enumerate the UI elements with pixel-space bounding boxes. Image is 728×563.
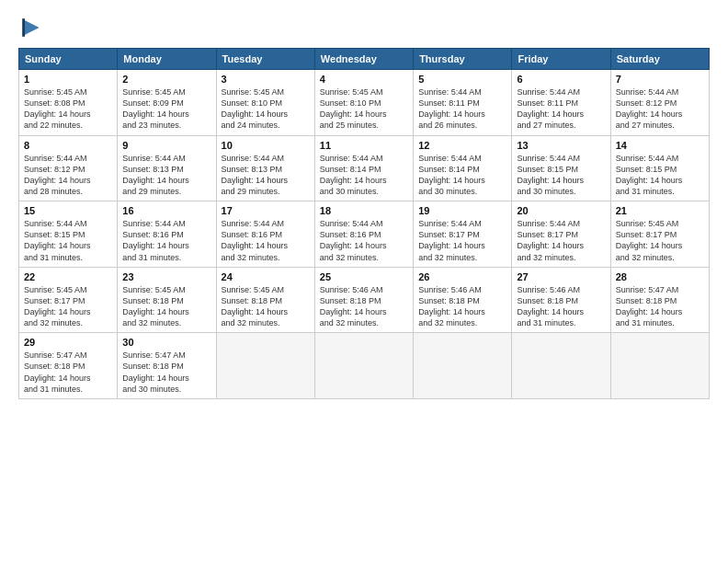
- calendar-week-3: 15Sunrise: 5:44 AM Sunset: 8:15 PM Dayli…: [19, 201, 710, 268]
- calendar-cell: 8Sunrise: 5:44 AM Sunset: 8:12 PM Daylig…: [19, 135, 118, 201]
- calendar-header-row: SundayMondayTuesdayWednesdayThursdayFrid…: [19, 49, 710, 70]
- day-info: Sunrise: 5:44 AM Sunset: 8:16 PM Dayligh…: [320, 218, 408, 263]
- day-number: 8: [24, 140, 112, 151]
- day-number: 6: [517, 74, 605, 85]
- calendar-week-2: 8Sunrise: 5:44 AM Sunset: 8:12 PM Daylig…: [19, 135, 710, 201]
- calendar-cell: 27Sunrise: 5:46 AM Sunset: 8:18 PM Dayli…: [512, 267, 610, 333]
- calendar-cell: 24Sunrise: 5:45 AM Sunset: 8:18 PM Dayli…: [216, 267, 314, 333]
- day-number: 11: [320, 140, 408, 151]
- calendar-cell: [314, 333, 413, 399]
- calendar-week-4: 22Sunrise: 5:45 AM Sunset: 8:17 PM Dayli…: [19, 267, 710, 333]
- calendar-cell: 2Sunrise: 5:45 AM Sunset: 8:09 PM Daylig…: [118, 70, 216, 136]
- calendar-header-monday: Monday: [118, 49, 216, 70]
- day-number: 23: [122, 271, 210, 282]
- calendar-cell: 3Sunrise: 5:45 AM Sunset: 8:10 PM Daylig…: [216, 70, 314, 136]
- day-info: Sunrise: 5:45 AM Sunset: 8:08 PM Dayligh…: [24, 86, 112, 132]
- calendar-header-friday: Friday: [512, 49, 610, 70]
- calendar-week-5: 29Sunrise: 5:47 AM Sunset: 8:18 PM Dayli…: [19, 333, 710, 399]
- day-number: 19: [418, 205, 506, 216]
- calendar-cell: 17Sunrise: 5:44 AM Sunset: 8:16 PM Dayli…: [216, 201, 314, 268]
- day-number: 28: [616, 271, 704, 282]
- day-number: 1: [24, 74, 112, 85]
- svg-marker-2: [24, 20, 40, 36]
- day-info: Sunrise: 5:46 AM Sunset: 8:18 PM Dayligh…: [517, 284, 605, 329]
- logo: [18, 15, 48, 40]
- calendar-header-sunday: Sunday: [19, 49, 118, 70]
- svg-rect-3: [22, 18, 25, 37]
- day-number: 5: [418, 74, 506, 85]
- day-number: 3: [222, 74, 310, 85]
- calendar-cell: 14Sunrise: 5:44 AM Sunset: 8:15 PM Dayli…: [610, 135, 709, 201]
- day-info: Sunrise: 5:47 AM Sunset: 8:18 PM Dayligh…: [122, 350, 210, 395]
- day-info: Sunrise: 5:44 AM Sunset: 8:12 PM Dayligh…: [616, 86, 704, 132]
- header: [18, 15, 710, 40]
- day-number: 12: [418, 140, 506, 151]
- calendar-cell: 7Sunrise: 5:44 AM Sunset: 8:12 PM Daylig…: [610, 70, 709, 136]
- day-info: Sunrise: 5:44 AM Sunset: 8:14 PM Dayligh…: [320, 153, 408, 198]
- calendar-table: SundayMondayTuesdayWednesdayThursdayFrid…: [18, 48, 710, 399]
- calendar-header-wednesday: Wednesday: [314, 49, 413, 70]
- day-info: Sunrise: 5:44 AM Sunset: 8:11 PM Dayligh…: [418, 86, 506, 132]
- calendar-cell: [610, 333, 709, 399]
- calendar-cell: [216, 333, 314, 399]
- logo-icon: [18, 15, 44, 40]
- calendar-cell: 11Sunrise: 5:44 AM Sunset: 8:14 PM Dayli…: [314, 135, 413, 201]
- day-number: 24: [222, 271, 310, 282]
- calendar-cell: 29Sunrise: 5:47 AM Sunset: 8:18 PM Dayli…: [19, 333, 118, 399]
- day-info: Sunrise: 5:44 AM Sunset: 8:15 PM Dayligh…: [24, 218, 112, 263]
- day-number: 9: [122, 140, 210, 151]
- day-info: Sunrise: 5:44 AM Sunset: 8:12 PM Dayligh…: [24, 153, 112, 198]
- calendar-cell: 6Sunrise: 5:44 AM Sunset: 8:11 PM Daylig…: [512, 70, 610, 136]
- day-number: 20: [517, 205, 605, 216]
- day-number: 4: [320, 74, 408, 85]
- calendar-cell: 18Sunrise: 5:44 AM Sunset: 8:16 PM Dayli…: [314, 201, 413, 268]
- day-info: Sunrise: 5:45 AM Sunset: 8:10 PM Dayligh…: [320, 86, 408, 132]
- day-number: 25: [320, 271, 408, 282]
- day-info: Sunrise: 5:44 AM Sunset: 8:13 PM Dayligh…: [222, 153, 310, 198]
- calendar-cell: 21Sunrise: 5:45 AM Sunset: 8:17 PM Dayli…: [610, 201, 709, 268]
- calendar-cell: 25Sunrise: 5:46 AM Sunset: 8:18 PM Dayli…: [314, 267, 413, 333]
- day-number: 21: [616, 205, 704, 216]
- calendar-cell: 26Sunrise: 5:46 AM Sunset: 8:18 PM Dayli…: [414, 267, 512, 333]
- day-number: 18: [320, 205, 408, 216]
- day-info: Sunrise: 5:44 AM Sunset: 8:14 PM Dayligh…: [418, 153, 506, 198]
- day-number: 2: [122, 74, 210, 85]
- day-info: Sunrise: 5:47 AM Sunset: 8:18 PM Dayligh…: [24, 350, 112, 395]
- calendar-week-1: 1Sunrise: 5:45 AM Sunset: 8:08 PM Daylig…: [19, 70, 710, 136]
- day-info: Sunrise: 5:45 AM Sunset: 8:09 PM Dayligh…: [122, 86, 210, 132]
- day-info: Sunrise: 5:45 AM Sunset: 8:10 PM Dayligh…: [222, 86, 310, 132]
- day-info: Sunrise: 5:44 AM Sunset: 8:13 PM Dayligh…: [122, 153, 210, 198]
- calendar-cell: 9Sunrise: 5:44 AM Sunset: 8:13 PM Daylig…: [118, 135, 216, 201]
- calendar-cell: 12Sunrise: 5:44 AM Sunset: 8:14 PM Dayli…: [414, 135, 512, 201]
- day-info: Sunrise: 5:44 AM Sunset: 8:15 PM Dayligh…: [517, 153, 605, 198]
- day-number: 22: [24, 271, 112, 282]
- calendar-cell: 5Sunrise: 5:44 AM Sunset: 8:11 PM Daylig…: [414, 70, 512, 136]
- calendar-cell: 16Sunrise: 5:44 AM Sunset: 8:16 PM Dayli…: [118, 201, 216, 268]
- day-number: 16: [122, 205, 210, 216]
- day-info: Sunrise: 5:44 AM Sunset: 8:11 PM Dayligh…: [517, 86, 605, 132]
- day-info: Sunrise: 5:45 AM Sunset: 8:18 PM Dayligh…: [222, 284, 310, 329]
- day-info: Sunrise: 5:44 AM Sunset: 8:17 PM Dayligh…: [517, 218, 605, 263]
- day-info: Sunrise: 5:45 AM Sunset: 8:17 PM Dayligh…: [24, 284, 112, 329]
- calendar-cell: 1Sunrise: 5:45 AM Sunset: 8:08 PM Daylig…: [19, 70, 118, 136]
- day-info: Sunrise: 5:44 AM Sunset: 8:16 PM Dayligh…: [222, 218, 310, 263]
- day-number: 30: [122, 337, 210, 348]
- calendar-cell: 22Sunrise: 5:45 AM Sunset: 8:17 PM Dayli…: [19, 267, 118, 333]
- calendar-cell: 23Sunrise: 5:45 AM Sunset: 8:18 PM Dayli…: [118, 267, 216, 333]
- calendar-cell: 28Sunrise: 5:47 AM Sunset: 8:18 PM Dayli…: [610, 267, 709, 333]
- day-number: 14: [616, 140, 704, 151]
- calendar-header-thursday: Thursday: [414, 49, 512, 70]
- day-info: Sunrise: 5:44 AM Sunset: 8:15 PM Dayligh…: [616, 153, 704, 198]
- calendar-cell: 13Sunrise: 5:44 AM Sunset: 8:15 PM Dayli…: [512, 135, 610, 201]
- calendar-cell: 4Sunrise: 5:45 AM Sunset: 8:10 PM Daylig…: [314, 70, 413, 136]
- day-info: Sunrise: 5:47 AM Sunset: 8:18 PM Dayligh…: [616, 284, 704, 329]
- day-info: Sunrise: 5:45 AM Sunset: 8:18 PM Dayligh…: [122, 284, 210, 329]
- calendar-cell: [414, 333, 512, 399]
- day-info: Sunrise: 5:46 AM Sunset: 8:18 PM Dayligh…: [418, 284, 506, 329]
- day-info: Sunrise: 5:44 AM Sunset: 8:16 PM Dayligh…: [122, 218, 210, 263]
- day-number: 13: [517, 140, 605, 151]
- page: SundayMondayTuesdayWednesdayThursdayFrid…: [0, 0, 728, 563]
- day-number: 29: [24, 337, 112, 348]
- calendar-cell: 30Sunrise: 5:47 AM Sunset: 8:18 PM Dayli…: [118, 333, 216, 399]
- calendar-header-tuesday: Tuesday: [216, 49, 314, 70]
